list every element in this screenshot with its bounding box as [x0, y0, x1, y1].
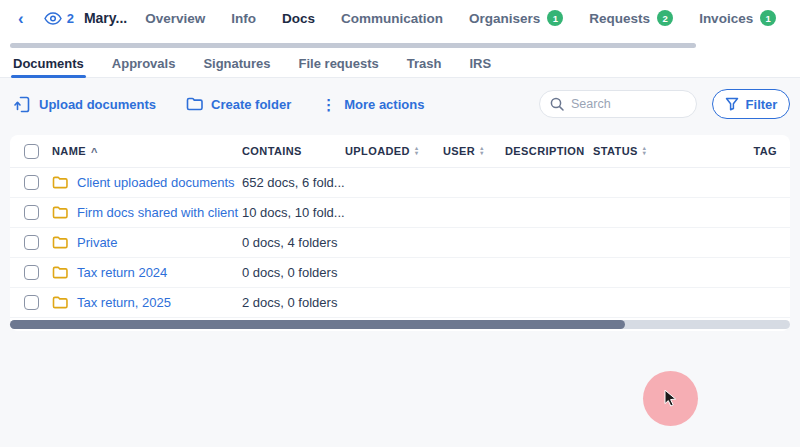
table-row: Tax return, 2025 2 docs, 0 folders [10, 288, 790, 318]
eye-icon [44, 12, 62, 25]
sort-both-icon: ▴▾ [480, 146, 483, 156]
folder-icon [52, 296, 68, 309]
folder-name-cell: Tax return, 2025 [52, 295, 242, 310]
mouse-cursor-icon [662, 389, 679, 408]
subtab-approvals[interactable]: Approvals [112, 50, 176, 77]
watchers-count: 2 [67, 11, 74, 26]
folder-link[interactable]: Firm docs shared with client [77, 205, 238, 220]
tab-docs[interactable]: Docs [282, 11, 315, 26]
upload-icon [14, 96, 31, 113]
select-all-checkbox[interactable] [24, 144, 39, 159]
folder-link[interactable]: Client uploaded documents [77, 175, 235, 190]
column-header-status[interactable]: STATUS ▴▾ [593, 145, 690, 157]
more-actions-button[interactable]: ⋮ More actions [321, 97, 424, 112]
cursor-click-indicator [643, 371, 698, 426]
organisers-count-badge: 1 [547, 10, 563, 26]
subtab-trash[interactable]: Trash [407, 50, 442, 77]
bottom-horizontal-scrollbar-thumb[interactable] [10, 320, 625, 329]
search-box [539, 90, 697, 118]
client-tabs: Overview Info Docs Communication Organis… [145, 10, 800, 26]
sort-both-icon: ▴▾ [415, 146, 418, 156]
tab-info[interactable]: Info [231, 11, 256, 26]
column-header-name[interactable]: NAME ^ [52, 145, 242, 157]
documents-toolbar: Upload documents Create folder ⋮ More ac… [14, 88, 424, 120]
subtab-documents[interactable]: Documents [13, 50, 84, 77]
tab-invoices[interactable]: Invoices1 [699, 10, 776, 26]
search-input[interactable] [571, 97, 686, 111]
watchers-indicator[interactable]: 2 [44, 11, 74, 26]
column-header-description[interactable]: DESCRIPTION [505, 145, 593, 157]
table-row: Tax return 2024 0 docs, 0 folders [10, 258, 790, 288]
tab-communication[interactable]: Communication [341, 11, 443, 26]
contains-cell: 2 docs, 0 folders [242, 295, 345, 310]
folder-link[interactable]: Private [77, 235, 117, 250]
folder-name-cell: Private [52, 235, 242, 250]
requests-count-badge: 2 [657, 10, 673, 26]
tab-requests[interactable]: Requests2 [589, 10, 673, 26]
folder-link[interactable]: Tax return, 2025 [77, 295, 171, 310]
sort-asc-icon: ^ [91, 146, 98, 158]
table-row: Private 0 docs, 4 folders [10, 228, 790, 258]
row-checkbox[interactable] [24, 175, 39, 190]
top-horizontal-scrollbar-thumb[interactable] [10, 43, 696, 48]
docs-subtabs: Documents Approvals Signatures File requ… [0, 50, 800, 78]
row-checkbox[interactable] [24, 265, 39, 280]
table-row: Client uploaded documents 652 docs, 6 fo… [10, 168, 790, 198]
folder-icon [52, 206, 68, 219]
bottom-horizontal-scrollbar-track[interactable] [10, 320, 790, 329]
contains-cell: 652 docs, 6 fold... [242, 175, 345, 190]
folder-icon [52, 236, 68, 249]
header-block: ‹ 2 Mary... Overview Info Docs Communica… [0, 0, 800, 78]
table-row: Firm docs shared with client 10 docs, 10… [10, 198, 790, 228]
back-button[interactable]: ‹ [12, 10, 30, 27]
column-header-tag[interactable]: TAG [690, 145, 790, 157]
tab-organisers[interactable]: Organisers1 [469, 10, 563, 26]
column-header-uploaded[interactable]: UPLOADED ▴▾ [345, 145, 443, 157]
folder-name-cell: Client uploaded documents [52, 175, 242, 190]
column-header-user[interactable]: USER ▴▾ [443, 145, 505, 157]
contains-cell: 0 docs, 4 folders [242, 235, 345, 250]
folder-icon [186, 97, 203, 111]
create-folder-button[interactable]: Create folder [186, 97, 291, 112]
subtab-irs[interactable]: IRS [469, 50, 491, 77]
row-checkbox[interactable] [24, 295, 39, 310]
upload-documents-button[interactable]: Upload documents [14, 96, 156, 113]
contains-cell: 10 docs, 10 fold... [242, 205, 345, 220]
column-header-contains[interactable]: CONTAINS [242, 145, 345, 157]
client-top-nav: ‹ 2 Mary... Overview Info Docs Communica… [0, 0, 800, 36]
subtab-file-requests[interactable]: File requests [299, 50, 379, 77]
invoices-count-badge: 1 [760, 10, 776, 26]
folder-name-cell: Tax return 2024 [52, 265, 242, 280]
folder-icon [52, 176, 68, 189]
folder-icon [52, 266, 68, 279]
vertical-ellipsis-icon: ⋮ [321, 97, 336, 112]
funnel-icon [725, 97, 739, 111]
sort-both-icon: ▴▾ [643, 146, 646, 156]
table-bottom-scroll-area [10, 318, 790, 331]
subtab-signatures[interactable]: Signatures [203, 50, 270, 77]
row-checkbox[interactable] [24, 205, 39, 220]
tab-overview[interactable]: Overview [145, 11, 205, 26]
documents-table: NAME ^ CONTAINS UPLOADED ▴▾ USER ▴▾ DESC… [10, 135, 790, 331]
table-header-row: NAME ^ CONTAINS UPLOADED ▴▾ USER ▴▾ DESC… [10, 135, 790, 168]
contains-cell: 0 docs, 0 folders [242, 265, 345, 280]
folder-name-cell: Firm docs shared with client [52, 205, 242, 220]
client-name[interactable]: Mary... [84, 10, 127, 26]
folder-link[interactable]: Tax return 2024 [77, 265, 167, 280]
filter-button[interactable]: Filter [712, 89, 790, 119]
search-icon [550, 97, 564, 111]
row-checkbox[interactable] [24, 235, 39, 250]
